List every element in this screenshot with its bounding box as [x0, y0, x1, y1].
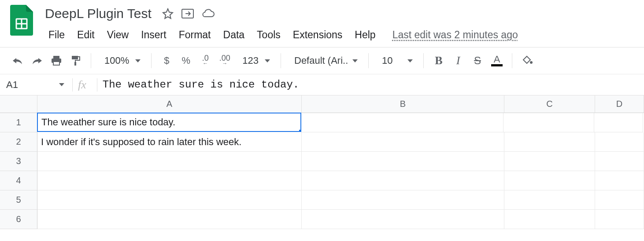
cell-b2[interactable] — [302, 132, 504, 152]
currency-button[interactable]: $ — [158, 52, 175, 69]
menu-extensions[interactable]: Extensions — [287, 26, 349, 44]
move-icon[interactable] — [181, 9, 194, 18]
font-name: Default (Ari... — [292, 55, 349, 66]
cell-a5[interactable] — [37, 190, 302, 210]
cell-b6[interactable] — [302, 210, 504, 229]
cell-d6[interactable] — [595, 210, 644, 229]
cell-a4[interactable] — [37, 171, 302, 190]
zoom-dropdown[interactable]: 100% — [97, 52, 145, 69]
name-box[interactable]: A1 — [0, 74, 70, 95]
document-header: DeepL Plugin Test File Edit View Insert … — [0, 0, 644, 44]
print-button[interactable] — [48, 52, 65, 69]
col-header-b[interactable]: B — [302, 95, 504, 113]
font-dropdown[interactable]: Default (Ari... — [287, 52, 362, 69]
column-header-row: A B C D — [0, 95, 644, 113]
cell-d2[interactable] — [595, 132, 644, 152]
sheets-logo[interactable] — [9, 4, 34, 37]
cell-a3[interactable] — [37, 152, 302, 171]
cell-b3[interactable] — [302, 152, 504, 171]
cell-c6[interactable] — [504, 210, 595, 229]
percent-button[interactable]: % — [177, 52, 195, 69]
menu-edit[interactable]: Edit — [71, 26, 101, 44]
chevron-down-icon — [407, 59, 413, 62]
col-header-c[interactable]: C — [504, 95, 595, 113]
more-formats-dropdown[interactable]: 123 — [235, 52, 274, 69]
chevron-down-icon — [135, 59, 141, 62]
row-3: 3 — [0, 152, 644, 171]
row-1: 1 The weather sure is nice today. — [0, 113, 644, 132]
zoom-value: 100% — [102, 55, 132, 66]
fx-icon: fx — [78, 78, 86, 91]
svg-rect-7 — [72, 56, 78, 59]
row-header-6[interactable]: 6 — [0, 210, 37, 229]
cell-b5[interactable] — [302, 190, 504, 210]
row-header-5[interactable]: 5 — [0, 190, 37, 210]
cell-d1[interactable] — [594, 113, 643, 132]
increase-decimal-button[interactable]: .00→ — [216, 52, 233, 69]
svg-point-9 — [530, 61, 533, 64]
italic-button[interactable]: I — [449, 52, 467, 69]
menu-data[interactable]: Data — [217, 26, 251, 44]
decrease-decimal-button[interactable]: .0← — [196, 52, 214, 69]
chevron-down-icon — [352, 59, 358, 62]
menu-bar: File Edit View Insert Format Data Tools … — [42, 22, 518, 44]
svg-rect-6 — [53, 62, 59, 65]
cell-c4[interactable] — [504, 171, 595, 190]
cell-b4[interactable] — [302, 171, 504, 190]
formula-input[interactable] — [103, 74, 644, 95]
text-color-button[interactable]: A — [488, 52, 506, 69]
cloud-status-icon[interactable] — [202, 9, 215, 18]
row-6: 6 — [0, 210, 644, 229]
selection-handle[interactable] — [299, 129, 301, 132]
row-5: 5 — [0, 190, 644, 210]
active-cell-ref: A1 — [6, 79, 18, 91]
cell-a2[interactable]: I wonder if it's supposed to rain later … — [37, 132, 302, 152]
font-size-dropdown[interactable]: 10 — [375, 52, 417, 69]
cell-b1[interactable] — [301, 113, 503, 132]
toolbar: 100% $ % .0← .00→ 123 Default (Ari... 10… — [0, 47, 644, 74]
cell-c1[interactable] — [503, 113, 594, 132]
font-size: 10 — [379, 55, 395, 66]
undo-button[interactable] — [9, 52, 26, 69]
cell-a1[interactable]: The weather sure is nice today. — [37, 113, 301, 132]
chevron-down-icon — [59, 83, 64, 86]
star-icon[interactable] — [162, 8, 174, 19]
cell-c3[interactable] — [504, 152, 595, 171]
select-all-corner[interactable] — [0, 95, 37, 113]
cell-d4[interactable] — [595, 171, 644, 190]
row-header-2[interactable]: 2 — [0, 132, 37, 152]
menu-view[interactable]: View — [101, 26, 135, 44]
paint-format-button[interactable] — [67, 52, 85, 69]
menu-file[interactable]: File — [42, 26, 71, 44]
fill-color-button[interactable] — [518, 52, 536, 69]
col-header-d[interactable]: D — [595, 95, 644, 113]
cell-c2[interactable] — [504, 132, 595, 152]
menu-insert[interactable]: Insert — [135, 26, 173, 44]
formula-bar: A1 fx — [0, 74, 644, 95]
col-header-a[interactable]: A — [37, 95, 302, 113]
row-2: 2 I wonder if it's supposed to rain late… — [0, 132, 644, 152]
menu-help[interactable]: Help — [348, 26, 381, 44]
cell-d5[interactable] — [595, 190, 644, 210]
row-4: 4 — [0, 171, 644, 190]
redo-button[interactable] — [28, 52, 46, 69]
last-edit-link[interactable]: Last edit was 2 minutes ago — [392, 29, 518, 41]
menu-format[interactable]: Format — [173, 26, 217, 44]
document-title[interactable]: DeepL Plugin Test — [42, 5, 154, 22]
svg-rect-4 — [53, 56, 59, 58]
svg-rect-8 — [74, 62, 76, 66]
row-header-1[interactable]: 1 — [0, 113, 37, 132]
cell-c5[interactable] — [504, 190, 595, 210]
bold-button[interactable]: B — [430, 52, 448, 69]
strikethrough-button[interactable]: S — [469, 52, 486, 69]
cell-a6[interactable] — [37, 210, 302, 229]
row-header-4[interactable]: 4 — [0, 171, 37, 190]
cell-d3[interactable] — [595, 152, 644, 171]
row-header-3[interactable]: 3 — [0, 152, 37, 171]
menu-tools[interactable]: Tools — [251, 26, 287, 44]
chevron-down-icon — [265, 59, 270, 62]
